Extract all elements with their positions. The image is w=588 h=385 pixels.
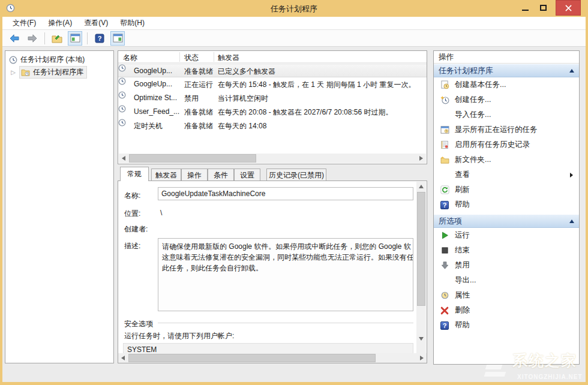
action-label: 删除: [455, 305, 470, 315]
down-arrow-icon: [419, 337, 424, 341]
description-line: 请确保使用最新版的 Google 软件。如果停用或中断此任务，则您的 Googl…: [162, 241, 409, 252]
toolbar: ?: [2, 30, 586, 47]
menu-help[interactable]: 帮助(H): [115, 16, 150, 30]
help-icon: ?: [95, 34, 104, 43]
column-status[interactable]: 状态: [184, 53, 199, 63]
action-refresh[interactable]: 刷新: [434, 182, 579, 197]
description-box[interactable]: 请确保使用最新版的 Google 软件。如果停用或中断此任务，则您的 Googl…: [158, 238, 413, 311]
tab-settings[interactable]: 设置: [234, 169, 260, 181]
task-scheduler-window: 任务计划程序 文件(F) 操作(A) 查看(V) 帮助(H): [0, 0, 588, 385]
tab-general[interactable]: 常规: [120, 167, 149, 181]
action-pane-window-icon: [113, 34, 123, 43]
action-import-task[interactable]: 导入任务...: [434, 107, 579, 122]
section-header-selected-item[interactable]: 所选项: [434, 214, 579, 228]
expander-icon[interactable]: ▷: [10, 69, 16, 76]
column-trigger[interactable]: 触发器: [218, 53, 239, 63]
show-hide-console-tree-button[interactable]: [68, 31, 82, 46]
task-trigger: 在每天的 20:08 - 触发器在 2027/6/7 20:08:56 时过期。: [218, 107, 425, 118]
maximize-button[interactable]: [535, 0, 551, 16]
task-name-field[interactable]: [158, 187, 413, 200]
basic-task-icon: [440, 80, 449, 90]
tree-library-label: 任务计划程序库: [33, 67, 83, 77]
close-button[interactable]: [556, 0, 581, 16]
action-help-selected[interactable]: ? 帮助: [434, 318, 579, 333]
collapse-arrow-icon[interactable]: [569, 69, 574, 73]
task-status: 正在运行: [184, 80, 213, 90]
task-row-googleupdate-core[interactable]: GoogleUp... 准备就绪 已定义多个触发器: [118, 64, 427, 77]
action-end[interactable]: 结束: [434, 243, 579, 258]
list-header: 名称 状态 触发器: [118, 51, 427, 63]
action-label: 结束: [455, 245, 470, 255]
collapse-arrow-icon[interactable]: [569, 219, 574, 223]
clock-icon: [118, 77, 126, 85]
scroll-left-button[interactable]: [119, 154, 128, 163]
view-icon: [440, 170, 449, 180]
task-row-googleupdate-ua[interactable]: GoogleUp... 正在运行 在每天的 15:48 - 触发后，在 1 天 …: [118, 77, 427, 91]
action-label: 帮助: [455, 200, 470, 210]
action-delete[interactable]: 删除: [434, 303, 579, 318]
refresh-icon: [440, 185, 449, 195]
action-run[interactable]: 运行: [434, 228, 579, 243]
tab-history[interactable]: 历史记录(已禁用): [266, 169, 326, 181]
task-status: 准备就绪: [184, 67, 213, 77]
details-hscrollbar[interactable]: [118, 353, 427, 363]
scroll-up-button[interactable]: [416, 182, 426, 191]
task-list-hscrollbar[interactable]: [119, 154, 426, 163]
action-label: 运行: [455, 230, 470, 240]
tab-actions[interactable]: 操作: [181, 169, 208, 181]
menu-action[interactable]: 操作(A): [43, 16, 77, 30]
forward-button[interactable]: [25, 31, 40, 46]
column-divider[interactable]: [214, 52, 214, 62]
action-export[interactable]: 导出...: [434, 273, 579, 288]
task-row-optimize[interactable]: Optimize St... 禁用 当计算机空闲时: [118, 91, 427, 105]
column-name[interactable]: 名称: [123, 53, 137, 63]
vscroll-thumb[interactable]: [417, 192, 425, 306]
section-header-library[interactable]: 任务计划程序库: [434, 64, 579, 77]
task-row-shutdown-timer[interactable]: 定时关机 准备就绪 在每天的 14:08: [118, 119, 427, 133]
menu-file[interactable]: 文件(F): [7, 16, 41, 30]
minimize-button[interactable]: [517, 0, 533, 16]
scroll-right-button[interactable]: [417, 353, 427, 363]
action-properties[interactable]: 属性: [434, 288, 579, 303]
back-button[interactable]: [7, 31, 22, 46]
action-label: 刷新: [455, 185, 470, 195]
hscroll-thumb[interactable]: [128, 354, 376, 362]
action-create-task[interactable]: 创建任务...: [434, 92, 579, 107]
section-selected-label: 所选项: [439, 216, 462, 227]
window-title: 任务计划程序: [0, 4, 588, 14]
close-icon: [565, 5, 572, 11]
help-icon: ?: [440, 321, 449, 330]
details-vscrollbar[interactable]: [416, 182, 426, 353]
content-area: 任务计划程序 (本地) ▷ 任务计划程序库 名称 状态 触发器: [2, 47, 586, 382]
action-disable[interactable]: 禁用: [434, 258, 579, 273]
action-enable-task-history[interactable]: 启用所有任务历史记录: [434, 137, 579, 152]
help-toolbar-button[interactable]: ?: [92, 31, 107, 46]
tab-triggers[interactable]: 触发器: [151, 169, 181, 181]
column-divider[interactable]: [179, 52, 180, 62]
left-arrow-icon: [122, 156, 125, 161]
action-help-library[interactable]: ? 帮助: [434, 197, 579, 212]
scroll-right-button[interactable]: [416, 154, 426, 163]
tree-library-selected: 任务计划程序库: [19, 66, 87, 79]
import-task-icon: [440, 110, 449, 120]
tab-conditions[interactable]: 条件: [208, 169, 234, 181]
list-rows: GoogleUp... 准备就绪 已定义多个触发器 GoogleUp... 正在…: [118, 64, 427, 133]
hscroll-thumb[interactable]: [129, 154, 256, 163]
up-arrow-icon: [419, 185, 424, 188]
task-trigger: 已定义多个触发器: [218, 67, 425, 77]
action-new-folder[interactable]: 新文件夹...: [434, 152, 579, 167]
menu-view[interactable]: 查看(V): [79, 16, 113, 30]
group-divider: [124, 323, 413, 323]
task-name: 定时关机: [134, 121, 163, 131]
action-view[interactable]: 查看: [434, 167, 579, 182]
details-tabstrip: 常规 触发器 操作 条件 设置 历史记录(已禁用): [118, 167, 427, 181]
scroll-down-button[interactable]: [416, 334, 426, 344]
action-create-basic-task[interactable]: 创建基本任务...: [434, 77, 579, 92]
scroll-left-button[interactable]: [118, 353, 128, 363]
action-display-running-tasks[interactable]: 显示所有正在运行的任务: [434, 122, 579, 137]
export-folder-button[interactable]: [50, 31, 64, 46]
tree-item-root[interactable]: 任务计划程序 (本地): [5, 53, 113, 66]
tree-item-library[interactable]: ▷ 任务计划程序库: [5, 66, 113, 79]
show-hide-action-pane-button[interactable]: [110, 31, 125, 46]
task-row-userfeed[interactable]: User_Feed_... 准备就绪 在每天的 20:08 - 触发器在 202…: [118, 105, 427, 119]
